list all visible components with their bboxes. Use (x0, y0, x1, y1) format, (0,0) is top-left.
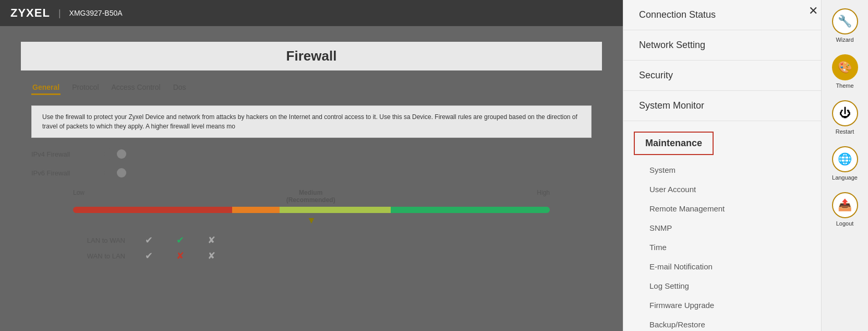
page-content: Firewall General Protocol Access Control… (0, 26, 623, 281)
nav-sub-item-snmp[interactable]: SNMP (623, 218, 821, 238)
level-bar (73, 207, 550, 213)
nav-item-network-setting[interactable]: Network Setting (623, 30, 821, 61)
level-high: High (537, 189, 550, 204)
nav-sub-item-system[interactable]: System (623, 160, 821, 180)
sidebar-item-restart[interactable]: ⏻ Restart (829, 97, 861, 138)
tab-dos[interactable]: Dos (172, 81, 187, 95)
table-row: WAN to LAN ✔ ✘ ✘ (73, 250, 550, 262)
page-title: Firewall (21, 42, 602, 70)
restart-icon: ⏻ (832, 100, 858, 126)
lan-wan-label: LAN to WAN (73, 237, 125, 244)
right-sidebar: 🔧 Wizard 🎨 Theme ⏻ Restart 🌐 Language 📤 … (821, 0, 868, 331)
maintenance-section: Maintenance System User Account Remote M… (623, 121, 821, 331)
nav-sub-item-email-notification[interactable]: E-mail Notification (623, 257, 821, 276)
nav-panel: ✕ Connection Status Network Setting Secu… (623, 0, 821, 331)
bar-green (391, 207, 550, 213)
level-indicator: ▼ (31, 215, 592, 226)
wan-lan-low-icon: ✔ (141, 250, 156, 262)
nav-sub-item-user-account[interactable]: User Account (623, 180, 821, 199)
level-section: Low Medium (Recommended) High ▼ LAN to W… (21, 189, 602, 262)
restart-label: Restart (836, 128, 854, 135)
zyxel-logo: ZYXEL (10, 6, 50, 20)
nav-item-security[interactable]: Security (623, 61, 821, 91)
device-name: XMG3927-B50A (69, 9, 123, 17)
nav-sub-item-remote-management[interactable]: Remote Management (623, 199, 821, 218)
ipv6-toggle[interactable] (104, 167, 127, 179)
nav-panel-wrapper: ✕ Connection Status Network Setting Secu… (623, 0, 868, 331)
level-labels: Low Medium (Recommended) High (31, 189, 592, 204)
nav-items: Connection Status Network Setting Securi… (623, 0, 821, 331)
lan-wan-medium-icon: ✔ (172, 234, 188, 246)
wan-lan-medium-icon: ✘ (172, 250, 188, 262)
nav-item-system-monitor[interactable]: System Monitor (623, 91, 821, 121)
header-divider: | (58, 8, 61, 19)
nav-sub-item-backup-restore[interactable]: Backup/Restore (623, 315, 821, 331)
level-arrow-icon: ▼ (307, 215, 316, 226)
nav-sub-item-firmware-upgrade[interactable]: Firmware Upgrade (623, 295, 821, 315)
bar-red (73, 207, 232, 213)
description-box: Use the firewall to protect your Zyxel D… (31, 105, 592, 138)
level-low: Low (73, 189, 85, 204)
sidebar-item-language[interactable]: 🌐 Language (829, 143, 861, 184)
bar-yellow (232, 207, 280, 213)
ipv4-toggle[interactable] (104, 148, 127, 160)
theme-label: Theme (836, 82, 853, 89)
sidebar-item-logout[interactable]: 📤 Logout (829, 189, 861, 230)
tab-access-control[interactable]: Access Control (111, 81, 162, 95)
firewall-settings: IPv4 Firewall IPv6 Firewall (21, 148, 602, 179)
nav-item-connection-status[interactable]: Connection Status (623, 0, 821, 30)
ipv6-label: IPv6 Firewall (31, 169, 94, 177)
nav-sub-item-time[interactable]: Time (623, 238, 821, 257)
lan-wan-high-icon: ✘ (203, 234, 219, 246)
nav-sub-item-log-setting[interactable]: Log Setting (623, 276, 821, 295)
lan-wan-low-icon: ✔ (141, 234, 156, 246)
theme-icon: 🎨 (832, 54, 858, 80)
language-icon: 🌐 (832, 146, 858, 172)
logout-label: Logout (836, 220, 854, 227)
level-medium: Medium (Recommended) (286, 189, 335, 204)
wizard-label: Wizard (836, 37, 853, 43)
header: ZYXEL | XMG3927-B50A (0, 0, 623, 26)
tabs-row: General Protocol Access Control Dos (21, 81, 602, 95)
wizard-icon: 🔧 (832, 8, 858, 34)
close-button[interactable]: ✕ (809, 4, 818, 18)
ipv4-row: IPv4 Firewall (31, 148, 592, 160)
tab-general[interactable]: General (31, 81, 61, 95)
logout-icon: 📤 (832, 192, 858, 218)
fw-table: LAN to WAN ✔ ✔ ✘ WAN to LAN ✔ ✘ ✘ (31, 234, 592, 262)
table-row: LAN to WAN ✔ ✔ ✘ (73, 234, 550, 246)
maintenance-header[interactable]: Maintenance (634, 132, 714, 155)
sidebar-item-wizard[interactable]: 🔧 Wizard (829, 5, 861, 46)
bar-lightgreen (280, 207, 391, 213)
ipv4-label: IPv4 Firewall (31, 150, 94, 158)
language-label: Language (832, 174, 858, 181)
tab-protocol[interactable]: Protocol (71, 81, 100, 95)
sidebar-item-theme[interactable]: 🎨 Theme (829, 51, 861, 92)
wan-lan-label: WAN to LAN (73, 252, 125, 260)
ipv6-row: IPv6 Firewall (31, 167, 592, 179)
wan-lan-high-icon: ✘ (203, 250, 219, 262)
